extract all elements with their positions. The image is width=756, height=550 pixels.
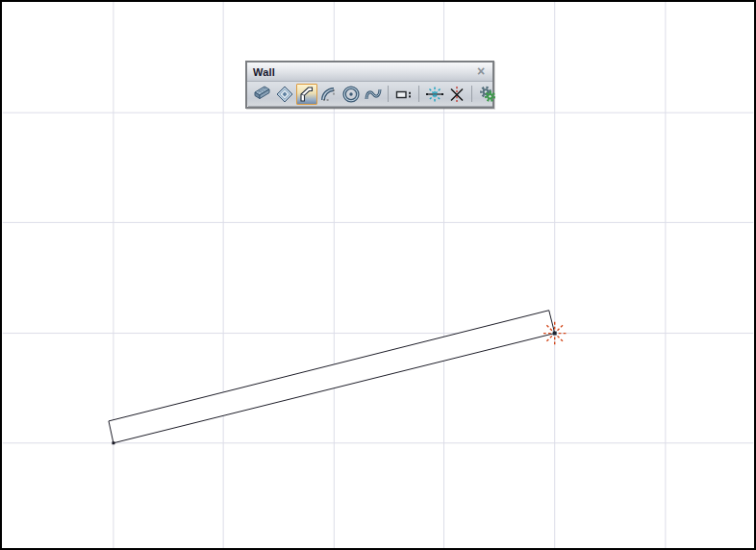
separator [418,86,419,102]
wall-palette: Wall × [245,61,494,109]
palette-title: Wall [253,66,275,78]
spline-wall-icon [364,85,383,104]
wall-block-diamond-icon [275,85,294,104]
snap-point-button[interactable] [424,84,445,105]
palette-titlebar[interactable]: Wall × [247,62,492,82]
snap-point-icon [425,85,444,104]
straight-wall-3d-icon [253,85,272,104]
curved-wall-icon [319,85,339,104]
wall-block-diamond-button[interactable] [274,84,295,105]
curved-wall-button[interactable] [318,84,340,105]
circular-wall-button[interactable] [340,84,362,105]
spline-wall-button[interactable] [363,84,384,105]
corner-wall-button[interactable] [296,84,317,105]
break-point-button[interactable] [446,84,467,105]
separator [388,86,389,102]
wall-reference-line-button[interactable] [393,84,415,105]
break-point-icon [447,85,466,104]
settings-gears-icon [478,85,497,104]
separator [471,86,472,102]
wall-reference-line-icon [394,85,414,104]
settings-gears-button[interactable] [477,84,498,105]
drawing-canvas[interactable]: Wall × [0,0,756,550]
palette-iconrow [247,82,492,106]
close-icon[interactable]: × [474,63,488,79]
corner-wall-icon [297,85,316,104]
straight-wall-3d-button[interactable] [252,84,273,105]
circular-wall-icon [341,85,361,104]
